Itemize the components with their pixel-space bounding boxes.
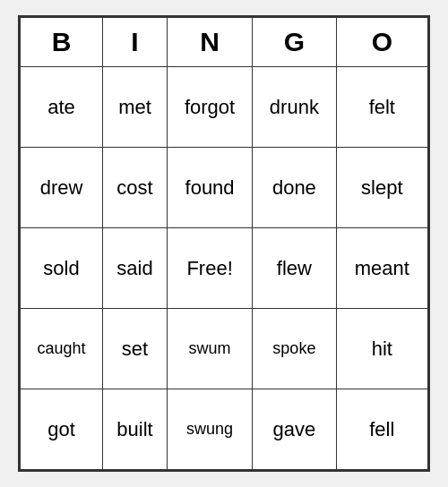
table-row: ate met forgot drunk felt	[21, 67, 428, 148]
bingo-card: B I N G O ate met forgot drunk felt drew…	[18, 15, 430, 472]
header-b: B	[21, 18, 103, 67]
cell-3-1: set	[102, 309, 167, 389]
cell-1-1: cost	[102, 148, 167, 228]
bingo-table: B I N G O ate met forgot drunk felt drew…	[20, 17, 428, 470]
cell-3-4: hit	[336, 309, 427, 389]
cell-2-3: flew	[253, 228, 336, 309]
cell-2-0: sold	[21, 228, 103, 309]
cell-1-4: slept	[336, 148, 427, 228]
cell-0-3: drunk	[253, 67, 336, 148]
header-o: O	[336, 18, 427, 67]
cell-0-0: ate	[21, 67, 103, 148]
cell-2-4: meant	[336, 228, 427, 309]
table-row: drew cost found done slept	[21, 148, 428, 228]
cell-3-3: spoke	[253, 309, 336, 389]
table-row: got built swung gave fell	[21, 389, 428, 470]
table-row: caught set swum spoke hit	[21, 309, 428, 389]
cell-1-0: drew	[21, 148, 103, 228]
cell-4-1: built	[102, 389, 167, 470]
cell-2-2: Free!	[167, 228, 252, 309]
cell-0-2: forgot	[167, 67, 252, 148]
cell-4-0: got	[21, 389, 103, 470]
header-n: N	[167, 18, 252, 67]
header-i: I	[102, 18, 167, 67]
header-g: G	[253, 18, 336, 67]
table-row: sold said Free! flew meant	[21, 228, 428, 309]
cell-4-4: fell	[336, 389, 427, 470]
cell-3-2: swum	[167, 309, 252, 389]
cell-4-2: swung	[167, 389, 252, 470]
cell-1-3: done	[253, 148, 336, 228]
cell-4-3: gave	[253, 389, 336, 470]
cell-1-2: found	[167, 148, 252, 228]
cell-2-1: said	[102, 228, 167, 309]
cell-0-1: met	[102, 67, 167, 148]
cell-3-0: caught	[21, 309, 103, 389]
header-row: B I N G O	[21, 18, 428, 67]
cell-0-4: felt	[336, 67, 427, 148]
